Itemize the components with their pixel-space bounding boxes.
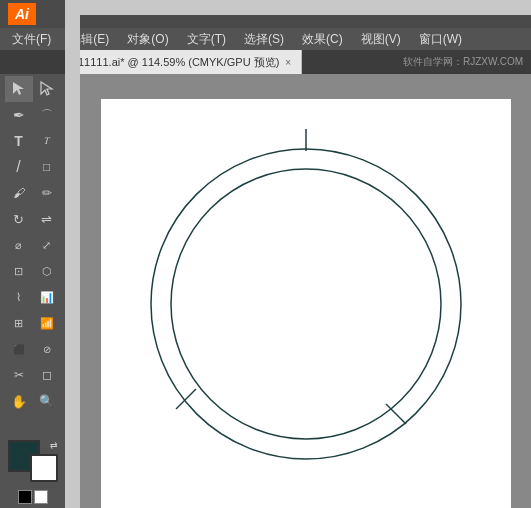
svg-point-2 (151, 149, 461, 459)
measure-tool[interactable]: 📊 (33, 284, 61, 310)
selection-tool[interactable] (5, 76, 33, 102)
color-swatches: ⇄ (8, 440, 58, 484)
svg-point-3 (171, 169, 441, 439)
tool-row-11: ⬛ ⊘ (0, 336, 65, 362)
svg-marker-1 (41, 82, 52, 95)
stroke-swatch[interactable] (30, 454, 58, 482)
slice-tool[interactable]: ⊘ (33, 336, 61, 362)
line-tool[interactable]: / (5, 154, 33, 180)
tool-row-12: ✂ ◻ (0, 362, 65, 388)
toolbar: ✒ ⌒ T 𝑇 / □ 🖌 ✏ ↻ ⇌ ⌀ ⤢ ⊡ ⬡ (0, 74, 65, 508)
canvas-area[interactable] (80, 89, 531, 508)
tool-row-6: ↻ ⇌ (0, 206, 65, 232)
document-tab[interactable]: 11111.ai* @ 114.59% (CMYK/GPU 预览) × (68, 50, 302, 74)
rotate-tool[interactable]: ↻ (5, 206, 33, 232)
swap-colors-icon[interactable]: ⇄ (50, 440, 58, 450)
curvature-tool[interactable]: ⌒ (33, 102, 61, 128)
menu-object[interactable]: 对象(O) (119, 29, 176, 50)
zoom-tool[interactable]: 🔍 (33, 388, 61, 414)
tab-close[interactable]: × (285, 57, 291, 68)
ruler-horizontal (65, 0, 531, 15)
tab-label: 11111.ai* @ 114.59% (CMYK/GPU 预览) (78, 55, 279, 70)
color-area: ⇄ (0, 436, 65, 508)
tool-row-1 (0, 76, 65, 102)
default-fill[interactable] (18, 490, 32, 504)
svg-line-5 (386, 404, 406, 424)
column-graph-tool[interactable]: 📶 (33, 310, 61, 336)
tool-row-9: ⌇ 📊 (0, 284, 65, 310)
tool-row-2: ✒ ⌒ (0, 102, 65, 128)
ai-logo: Ai (8, 3, 36, 25)
default-colors (18, 490, 48, 504)
canvas[interactable] (101, 99, 511, 508)
hand-tool[interactable]: ✋ (5, 388, 33, 414)
paintbrush-tool[interactable]: 🖌 (5, 180, 33, 206)
menu-window[interactable]: 窗口(W) (411, 29, 470, 50)
blend-tool[interactable]: ⊞ (5, 310, 33, 336)
shape-builder-tool[interactable]: ⬡ (33, 258, 61, 284)
warp-tool[interactable]: ⌀ (5, 232, 33, 258)
type-tool[interactable]: T (5, 128, 33, 154)
tool-row-13: ✋ 🔍 (0, 388, 65, 414)
tool-row-7: ⌀ ⤢ (0, 232, 65, 258)
tool-row-4: / □ (0, 154, 65, 180)
tool-row-3: T 𝑇 (0, 128, 65, 154)
tool-row-8: ⊡ ⬡ (0, 258, 65, 284)
menu-type[interactable]: 文字(T) (179, 29, 234, 50)
tab-watermark: 软件自学网：RJZXW.COM (403, 50, 531, 74)
rectangle-tool[interactable]: □ (33, 154, 61, 180)
eraser-tool[interactable]: ◻ (33, 362, 61, 388)
eyedropper-tool[interactable]: ⌇ (5, 284, 33, 310)
ruler-vertical (65, 15, 80, 508)
width-tool[interactable]: ⤢ (33, 232, 61, 258)
artboard-tool[interactable]: ⬛ (5, 336, 33, 362)
direct-selection-tool[interactable] (33, 76, 61, 102)
tool-row-5: 🖌 ✏ (0, 180, 65, 206)
menu-select[interactable]: 选择(S) (236, 29, 292, 50)
default-stroke[interactable] (34, 490, 48, 504)
svg-marker-0 (13, 82, 24, 95)
pen-tool[interactable]: ✒ (5, 102, 33, 128)
scissors-tool[interactable]: ✂ (5, 362, 33, 388)
blob-tool[interactable]: ✏ (33, 180, 61, 206)
menu-view[interactable]: 视图(V) (353, 29, 409, 50)
drawing-svg (101, 99, 511, 508)
main-area: ✒ ⌒ T 𝑇 / □ 🖌 ✏ ↻ ⇌ ⌀ ⤢ ⊡ ⬡ (0, 74, 531, 508)
menu-file[interactable]: 文件(F) (4, 29, 59, 50)
touch-type-tool[interactable]: 𝑇 (33, 128, 61, 154)
menu-effect[interactable]: 效果(C) (294, 29, 351, 50)
free-transform-tool[interactable]: ⊡ (5, 258, 33, 284)
reflect-tool[interactable]: ⇌ (33, 206, 61, 232)
tool-row-10: ⊞ 📶 (0, 310, 65, 336)
